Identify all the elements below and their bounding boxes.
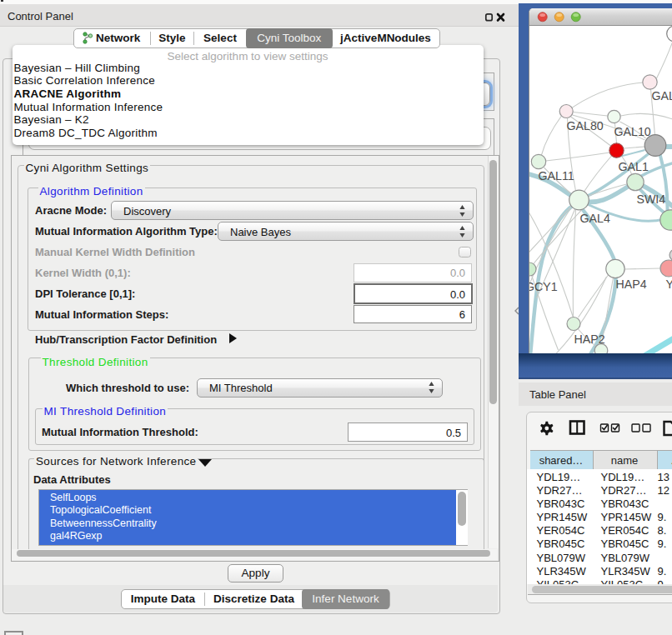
svg-text:HAP4: HAP4 [616,278,647,291]
svg-text:GAL10: GAL10 [614,125,651,138]
svg-text:GAL80: GAL80 [567,119,604,132]
svg-text:YB: YB [666,278,672,291]
svg-text:GAL4: GAL4 [580,212,610,225]
svg-text:GAL1: GAL1 [619,160,649,173]
svg-text:GCY1: GCY1 [529,280,558,293]
svg-text:GAL11: GAL11 [539,169,574,182]
svg-text:GAL7: GAL7 [652,89,672,102]
svg-text:HAP2: HAP2 [574,332,605,346]
svg-text:SWI4: SWI4 [637,192,666,206]
